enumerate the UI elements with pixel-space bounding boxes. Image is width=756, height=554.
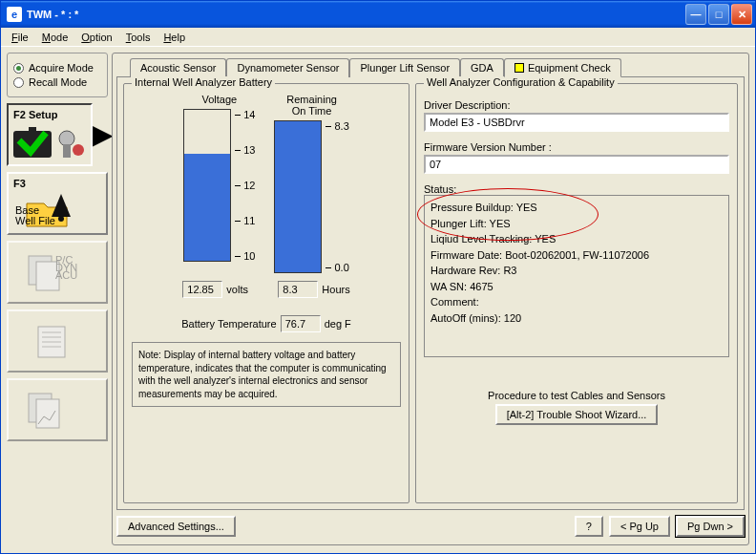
menu-mode[interactable]: Mode <box>35 30 75 45</box>
svg-point-4 <box>73 144 84 156</box>
temp-value: 76.7 <box>281 315 321 332</box>
tab-acoustic-sensor[interactable]: Acoustic Sensor <box>130 58 226 77</box>
status-line: Liqiud Level Tracking: YES <box>430 231 723 247</box>
status-line: WA SN: 4675 <box>430 279 723 295</box>
app-window: e TWM - * : * — □ ✕ File Mode Option Too… <box>0 0 756 554</box>
status-line: Pressure Buildup: YES <box>430 200 723 216</box>
remaining-value: 8.3 <box>278 281 318 298</box>
reports-icon: P/C DYN ACU <box>11 245 103 299</box>
tab-equipment-check[interactable]: Equipment Check <box>504 58 621 77</box>
voltage-value: 12.85 <box>182 281 222 298</box>
driver-label: Driver Description: <box>424 99 729 111</box>
radio-recall-label: Recall Mode <box>29 76 87 88</box>
tab-equipment-label: Equipment Check <box>528 62 611 74</box>
svg-rect-1 <box>29 127 36 133</box>
radio-acquire-label: Acquire Mode <box>29 62 94 74</box>
status-line: AutoOff (mins): 120 <box>430 310 723 327</box>
troubleshoot-button[interactable]: [Alt-2] Trouble Shoot Wizard... <box>495 404 659 425</box>
app-icon: e <box>7 7 22 22</box>
menu-option[interactable]: Option <box>74 30 118 45</box>
svg-point-2 <box>59 131 74 146</box>
voltage-ticks: 14 13 12 11 10 <box>235 109 255 262</box>
battery-note: Note: Display of internal battery voltag… <box>132 342 401 407</box>
voltage-gauge: Voltage 14 13 12 11 10 <box>183 94 255 273</box>
svg-rect-17 <box>36 399 59 428</box>
tick: 13 <box>235 144 255 156</box>
status-line: Plunger Lift: YES <box>430 216 723 232</box>
left-sidebar: Acquire Mode Recall Mode F2 Setup <box>7 53 108 545</box>
svg-rect-3 <box>63 144 71 158</box>
titlebar: e TWM - * : * — □ ✕ <box>1 1 755 28</box>
radio-recall-mode[interactable]: Recall Mode <box>13 76 101 88</box>
firmware-input[interactable] <box>424 155 729 174</box>
nav-f2-label: F2 Setup <box>11 108 88 121</box>
tick: 0.0 <box>326 262 348 273</box>
body: Acquire Mode Recall Mode F2 Setup <box>1 47 755 553</box>
remaining-time-gauge: Remaining On Time 8.3 0.0 <box>274 94 348 273</box>
tab-body: Internal Well Analyzer Battery Voltage 1… <box>116 76 745 510</box>
svg-point-5 <box>58 216 64 222</box>
nav-slot-5 <box>7 309 108 373</box>
tab-plunger-lift-sensor[interactable]: Plunger Lift Sensor <box>349 58 460 77</box>
tabstrip: Acoustic Sensor Dynamometer Sensor Plung… <box>130 57 745 76</box>
nav-slot-6 <box>7 378 108 441</box>
firmware-label: Firmware Version Number : <box>424 141 729 153</box>
status-line: Firmware Date: Boot-02062001, FW-1107200… <box>430 247 723 264</box>
tick: 8.3 <box>326 120 348 132</box>
nav-f2-setup[interactable]: F2 Setup <box>7 103 93 166</box>
nav-f3-wellfile[interactable]: F3 Base Well File <box>7 172 108 235</box>
remaining-label: Remaining On Time <box>286 94 337 117</box>
maximize-button[interactable]: □ <box>708 4 729 25</box>
page-down-button[interactable]: Pg Dwn > <box>676 516 745 537</box>
status-line: Comment: <box>430 294 723 310</box>
document-icon <box>11 314 103 368</box>
status-box: Pressure Buildup: YES Plunger Lift: YES … <box>424 195 729 357</box>
charts-icon <box>11 383 103 437</box>
radio-acquire-mode[interactable]: Acquire Mode <box>13 62 101 74</box>
remaining-bar <box>274 120 322 273</box>
voltage-label: Voltage <box>201 94 237 105</box>
wellfile-icon <box>11 190 103 230</box>
voltage-bar <box>183 109 231 262</box>
menu-help[interactable]: Help <box>157 30 192 45</box>
nav-slot-4: P/C DYN ACU <box>7 241 108 304</box>
procedure-label: Procedure to test Cables and Sensors <box>424 390 729 401</box>
highlight-icon <box>514 63 524 73</box>
driver-input[interactable] <box>424 113 729 132</box>
setup-icon <box>11 121 88 161</box>
mode-group: Acquire Mode Recall Mode <box>7 53 108 97</box>
temp-label: Battery Temperature <box>181 318 276 330</box>
tick: 10 <box>235 250 255 262</box>
status-label: Status: <box>424 183 456 195</box>
tick: 14 <box>235 109 255 120</box>
advanced-settings-button[interactable]: Advanced Settings... <box>116 516 236 537</box>
tick: 11 <box>235 215 255 226</box>
remaining-unit: Hours <box>322 284 349 295</box>
menu-file[interactable]: File <box>5 30 35 45</box>
temp-unit: deg F <box>325 318 351 330</box>
config-group: Well Analyzer Configuration & Capability… <box>415 83 738 503</box>
main-panel: Acoustic Sensor Dynamometer Sensor Plung… <box>112 53 749 545</box>
svg-text:ACU: ACU <box>55 269 77 281</box>
status-line: Hardware Rev: R3 <box>430 263 723 279</box>
battery-group: Internal Well Analyzer Battery Voltage 1… <box>123 83 410 503</box>
tab-gda[interactable]: GDA <box>460 58 504 77</box>
close-button[interactable]: ✕ <box>731 4 752 25</box>
menu-tools[interactable]: Tools <box>119 30 158 45</box>
help-button[interactable]: ? <box>575 516 603 537</box>
tick: 12 <box>235 180 255 191</box>
nav-f3-label: F3 <box>11 177 103 190</box>
remaining-ticks: 8.3 0.0 <box>326 120 348 273</box>
menubar: File Mode Option Tools Help <box>1 28 755 47</box>
tab-dynamometer-sensor[interactable]: Dynamometer Sensor <box>226 58 349 77</box>
bottom-bar: Advanced Settings... ? < Pg Up Pg Dwn > <box>116 516 745 537</box>
battery-group-legend: Internal Well Analyzer Battery <box>132 76 275 88</box>
config-group-legend: Well Analyzer Configuration & Capability <box>424 76 618 88</box>
voltage-unit: volts <box>226 284 274 295</box>
page-up-button[interactable]: < Pg Up <box>609 516 670 537</box>
window-title: TWM - * : * <box>27 9 78 20</box>
minimize-button[interactable]: — <box>685 4 706 25</box>
